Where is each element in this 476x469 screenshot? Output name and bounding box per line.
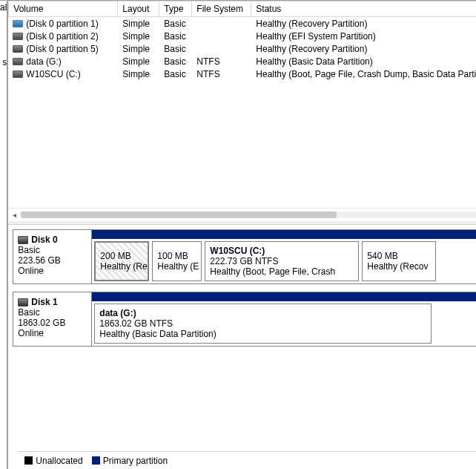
partition-caption-bar xyxy=(92,230,476,239)
volume-type: Basic xyxy=(159,19,192,29)
partition-status: Healthy (E xyxy=(157,261,196,272)
partition-title: data (G:) xyxy=(99,308,426,318)
volume-layout: Simple xyxy=(118,19,159,29)
volume-type: Basic xyxy=(159,44,192,54)
volume-list-header[interactable]: Volume Layout Type File System Status xyxy=(8,1,476,17)
legend-unallocated: Unallocated xyxy=(24,456,82,466)
volume-layout: Simple xyxy=(118,69,159,79)
col-type[interactable]: Type xyxy=(159,1,192,17)
volume-row[interactable]: (Disk 0 partition 2)SimpleBasicHealthy (… xyxy=(8,30,476,42)
legend-primary-swatch xyxy=(92,456,100,465)
disk-type: Basic xyxy=(18,307,87,318)
partition[interactable]: 100 MBHealthy (E xyxy=(152,241,202,281)
volume-name: W10SCU (C:) xyxy=(26,69,80,79)
volume-row[interactable]: (Disk 0 partition 1)SimpleBasicHealthy (… xyxy=(8,17,476,30)
volume-icon xyxy=(13,70,23,78)
volume-list: Volume Layout Type File System Status (D… xyxy=(8,1,476,220)
partition-size: 222.73 GB NTFS xyxy=(210,256,354,266)
disk-state: Online xyxy=(18,328,87,338)
partition-size: 540 MB xyxy=(367,251,431,261)
legend: Unallocated Primary partition xyxy=(19,451,476,469)
volume-icon xyxy=(13,58,23,65)
col-filesystem[interactable]: File System xyxy=(192,1,251,17)
col-layout[interactable]: Layout xyxy=(118,1,159,17)
disk-state: Online xyxy=(18,266,87,276)
volume-status: Healthy (Basic Data Partition) xyxy=(251,56,476,67)
disk-box[interactable]: Disk 1Basic1863.02 GBOnlinedata (G:)1863… xyxy=(13,292,476,347)
volume-icon xyxy=(13,33,23,40)
disk-type: Basic xyxy=(18,245,87,255)
partition-size: 200 MB xyxy=(100,251,143,261)
disk-name: Disk 1 xyxy=(31,297,57,307)
partition[interactable]: W10SCU (C:)222.73 GB NTFSHealthy (Boot, … xyxy=(205,241,359,281)
partition-caption-bar xyxy=(92,292,476,301)
volume-layout: Simple xyxy=(118,56,159,67)
scroll-track[interactable] xyxy=(21,211,476,218)
volume-status: Healthy (Boot, Page File, Crash Dump, Ba… xyxy=(251,69,476,79)
volume-type: Basic xyxy=(159,56,192,67)
partition-size: 100 MB xyxy=(157,251,196,261)
volume-layout: Simple xyxy=(118,31,159,42)
volume-row[interactable]: W10SCU (C:)SimpleBasicNTFSHealthy (Boot,… xyxy=(8,68,476,80)
disk-icon xyxy=(18,236,28,244)
partition[interactable]: data (G:)1863.02 GB NTFSHealthy (Basic D… xyxy=(94,304,432,344)
col-volume[interactable]: Volume xyxy=(8,1,118,17)
volume-row[interactable]: (Disk 0 partition 5)SimpleBasicHealthy (… xyxy=(8,42,476,55)
volume-layout: Simple xyxy=(118,44,159,54)
volume-name: data (G:) xyxy=(26,56,61,67)
left-partial-panel: al s xyxy=(0,0,7,469)
partition[interactable]: 200 MBHealthy (Re xyxy=(94,241,149,281)
volume-status: Healthy (EFI System Partition) xyxy=(251,31,476,42)
legend-unallocated-swatch xyxy=(24,456,33,465)
disk-box[interactable]: Disk 0Basic223.56 GBOnline200 MBHealthy … xyxy=(13,229,476,284)
hscrollbar[interactable]: ◂ ▸ xyxy=(8,208,476,220)
frag-label-a: al xyxy=(0,2,7,13)
volume-fs: NTFS xyxy=(192,56,251,67)
volume-icon xyxy=(13,20,23,27)
disk-meta: Disk 0Basic223.56 GBOnline xyxy=(13,230,92,283)
disk-size: 223.56 GB xyxy=(18,255,87,266)
volume-status: Healthy (Recovery Partition) xyxy=(251,19,476,29)
disk-size: 1863.02 GB xyxy=(18,318,87,328)
scroll-thumb[interactable] xyxy=(21,211,337,218)
volume-row[interactable]: data (G:)SimpleBasicNTFSHealthy (Basic D… xyxy=(8,55,476,68)
disk-name: Disk 0 xyxy=(31,234,57,245)
col-status[interactable]: Status xyxy=(251,1,476,17)
partition-size: 1863.02 GB NTFS xyxy=(99,318,426,329)
volume-icon xyxy=(13,45,23,53)
volume-status: Healthy (Recovery Partition) xyxy=(251,44,476,54)
volume-name: (Disk 0 partition 5) xyxy=(26,44,98,54)
volume-type: Basic xyxy=(159,31,192,42)
volume-name: (Disk 0 partition 1) xyxy=(26,19,98,29)
partition-status: Healthy (Boot, Page File, Crash xyxy=(210,266,354,277)
legend-primary: Primary partition xyxy=(92,456,168,466)
partition-status: Healthy (Recov xyxy=(367,261,431,272)
partition-status: Healthy (Re xyxy=(100,261,143,272)
scroll-left-icon[interactable]: ◂ xyxy=(8,209,21,221)
volume-fs: NTFS xyxy=(192,69,251,79)
frag-label-b: s xyxy=(2,57,7,68)
partition-status: Healthy (Basic Data Partition) xyxy=(99,329,426,339)
disk-meta: Disk 1Basic1863.02 GBOnline xyxy=(13,292,92,346)
main-pane: Volume Layout Type File System Status (D… xyxy=(7,0,476,469)
disk-icon xyxy=(18,298,28,306)
volume-type: Basic xyxy=(159,69,192,79)
volume-name: (Disk 0 partition 2) xyxy=(26,31,98,42)
disk-graphical-view: Disk 0Basic223.56 GBOnline200 MBHealthy … xyxy=(8,225,476,469)
partition[interactable]: 540 MBHealthy (Recov xyxy=(362,241,436,281)
partition-title: W10SCU (C:) xyxy=(210,246,354,256)
